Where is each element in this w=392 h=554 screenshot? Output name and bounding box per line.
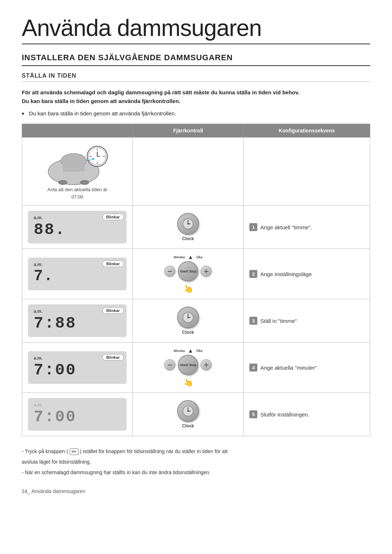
- start-stop-btn-4[interactable]: Start/ Stop: [178, 355, 198, 375]
- step-text-2: 2 Ange inställningsläge: [249, 270, 364, 278]
- am-label-5: a.m.: [34, 402, 42, 407]
- row5-display: a.m. 7:00: [22, 393, 133, 436]
- clock-btn-circle-1[interactable]: [177, 213, 199, 235]
- section-title: Installera den självgående dammsugaren: [22, 53, 370, 66]
- svg-point-26: [187, 410, 189, 412]
- control-mid-row-4: Start/ Stop: [164, 355, 212, 375]
- footer-note2: - När en schemalagd dammsugning har stäl…: [22, 468, 370, 477]
- page-title: Använda dammsugaren: [22, 15, 370, 44]
- subsection-title: Ställa in tiden: [22, 73, 370, 82]
- oka-label-4: Öka: [196, 349, 203, 353]
- robot-illustration: [41, 143, 114, 186]
- col-config-header: Konfigurationssekvens: [244, 124, 370, 138]
- table-row: Blinkar a.m. 7. Minska ▲ Öka: [22, 249, 370, 299]
- clock-label-1: Clock: [182, 236, 194, 241]
- step-text-5: 5 Slutför inställningen.: [249, 410, 364, 418]
- hand-container-4: 👆: [183, 378, 193, 387]
- clock-label-3: Clock: [182, 330, 194, 335]
- row2-remote: Minska ▲ Öka Start/ Stop: [133, 249, 244, 299]
- row3-config: 3 Ställ in "timme": [244, 299, 370, 342]
- table-row: Blinkar a.m. 7:00 Minska ▲ Öka: [22, 342, 370, 393]
- svg-point-4: [80, 180, 89, 185]
- footer-note1b: avsluta läget för tidsinställning.: [22, 457, 370, 467]
- oka-btn[interactable]: [200, 266, 212, 277]
- display-digits-1: 88.: [34, 222, 66, 238]
- hand-icon-4: 👆: [182, 377, 194, 389]
- control-group-4: Minska ▲ Öka Start/ Stop: [139, 348, 237, 387]
- step-desc-4: Ange aktuella "minuter": [260, 365, 317, 371]
- clock-button-1[interactable]: Clock: [177, 213, 199, 241]
- minska-label: Minska: [174, 255, 185, 259]
- table-row: Blinkar a.m. 7:88 Clock: [22, 299, 370, 342]
- step-desc-2: Ange inställningsläge: [260, 271, 312, 277]
- clock-btn-circle-3[interactable]: [177, 307, 199, 328]
- up-arrow-icon: ▲: [188, 254, 193, 260]
- display-panel-3: Blinkar a.m. 7:88: [28, 304, 127, 337]
- row5-config: 5 Slutför inställningen.: [244, 393, 370, 436]
- step-text-1: 1 Ange aktuell "timme".: [249, 223, 364, 231]
- step-desc-1: Ange aktuell "timme".: [260, 224, 312, 230]
- table-row: a.m. 7:00 Clock: [22, 393, 370, 436]
- clock-button-5[interactable]: Clock: [177, 400, 199, 428]
- step-num-1: 1: [249, 223, 257, 231]
- oka-icon: [203, 268, 209, 275]
- display-digits-4: 7:00: [34, 362, 77, 378]
- row3-display: Blinkar a.m. 7:88: [22, 299, 133, 342]
- row2-display: Blinkar a.m. 7.: [22, 249, 133, 299]
- start-stop-text: Start/ Stop: [180, 270, 196, 274]
- row1-display: Blinkar a.m. 88.: [22, 206, 133, 249]
- row3-remote: Clock: [133, 299, 244, 342]
- display-digits-5: 7:00: [34, 409, 77, 425]
- step-num-3: 3: [249, 317, 257, 325]
- display-panel-4: Blinkar a.m. 7:00: [28, 351, 127, 384]
- oka-icon-4: [203, 362, 209, 368]
- clock-btn-icon-3: [181, 311, 195, 324]
- step-desc-3: Ställ in "timme": [260, 318, 297, 324]
- blinkar-badge-4: Blinkar: [102, 354, 124, 361]
- step-num-2: 2: [249, 270, 257, 278]
- row1-config: 1 Ange aktuell "timme".: [244, 206, 370, 249]
- col-display-header: [22, 124, 133, 138]
- step-text-4: 4 Ange aktuella "minuter": [249, 364, 364, 372]
- clock-btn-circle-5[interactable]: [177, 400, 199, 422]
- svg-point-3: [58, 180, 67, 185]
- row4-display: Blinkar a.m. 7:00: [22, 342, 133, 393]
- display-digits-2: 7.: [34, 268, 53, 284]
- minska-btn[interactable]: [164, 266, 176, 277]
- control-group-2: Minska ▲ Öka Start/ Stop: [139, 254, 237, 294]
- svg-point-22: [187, 317, 189, 318]
- intro-line1: För att använda schemalagd och daglig da…: [22, 89, 299, 95]
- step-num-5: 5: [249, 410, 257, 418]
- blinkar-badge-2: Blinkar: [102, 260, 124, 267]
- minska-label-4: Minska: [174, 349, 185, 353]
- clock-label-5: Clock: [182, 423, 194, 428]
- robot-cell: Anta att den aktuella tiden är 07:00: [22, 138, 133, 206]
- start-stop-inline-icon: S/S: [70, 448, 78, 455]
- svg-rect-2: [63, 161, 85, 172]
- row1-remote: Clock: [133, 206, 244, 249]
- step-desc-5: Slutför inställningen.: [260, 411, 309, 418]
- page-number: 24_ Använda dammsugaren: [22, 488, 370, 494]
- up-arrow-icon-4: ▲: [188, 348, 193, 354]
- display-digits-3: 7:88: [34, 315, 77, 331]
- config-header-cell: [244, 138, 370, 206]
- display-panel-1: Blinkar a.m. 88.: [28, 211, 127, 243]
- svg-point-18: [187, 223, 189, 225]
- footer-notes: - Tryck på knappen ( S/S ) istället för …: [22, 447, 370, 477]
- oka-label: Öka: [196, 255, 203, 259]
- remote-header-cell: [133, 138, 244, 206]
- intro-bold: För att använda schemalagd och daglig da…: [22, 88, 370, 106]
- oka-btn-4[interactable]: [200, 359, 212, 371]
- bullet-item: Du kan bara ställa in tiden genom att an…: [22, 109, 370, 118]
- minska-icon-4: [167, 362, 173, 368]
- table-row-robot: Anta att den aktuella tiden är 07:00: [22, 138, 370, 206]
- clock-button-3[interactable]: Clock: [177, 307, 199, 335]
- display-panel-5: a.m. 7:00: [28, 398, 127, 431]
- clock-btn-icon-5: [181, 405, 195, 418]
- control-top-row-4: Minska ▲ Öka: [174, 348, 203, 354]
- footer-note1: - Tryck på knappen ( S/S ) istället för …: [22, 447, 370, 456]
- minska-btn-4[interactable]: [164, 359, 176, 371]
- hand-container-2: 👆: [183, 284, 193, 294]
- table-row: Blinkar a.m. 88. Cloc: [22, 206, 370, 249]
- start-stop-btn[interactable]: Start/ Stop: [178, 261, 198, 282]
